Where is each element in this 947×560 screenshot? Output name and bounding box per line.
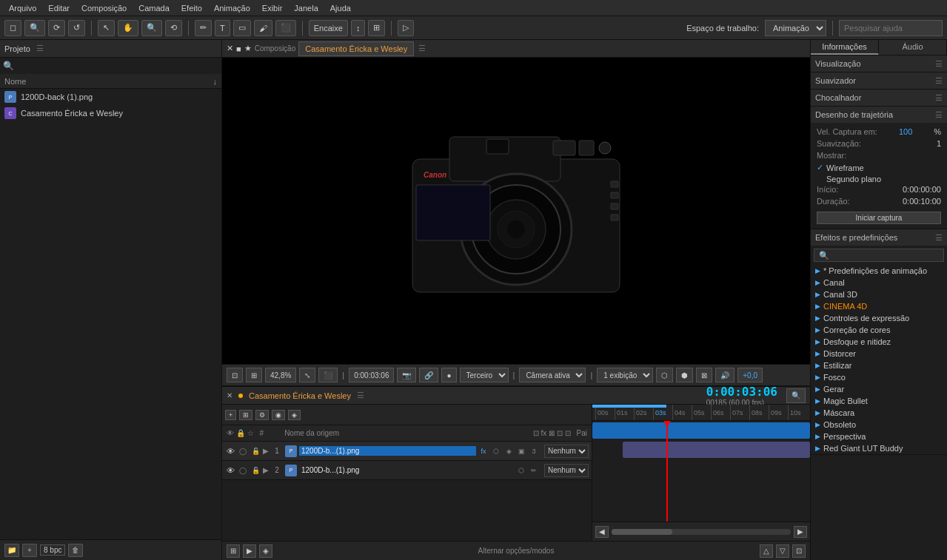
comp-btn[interactable]: ⊞ bbox=[239, 410, 252, 420]
layer1-lock[interactable]: 🔓 bbox=[250, 446, 261, 456]
viewer-export-btn[interactable]: ⊠ bbox=[696, 368, 712, 382]
timeline-collapse-btn[interactable]: ▽ bbox=[776, 544, 789, 558]
layer2-name[interactable]: 1200D-b...(1).png bbox=[299, 465, 514, 475]
effect-item-10[interactable]: ▶ Gerar bbox=[811, 383, 947, 395]
delete-button[interactable]: 🗑 bbox=[68, 544, 83, 557]
new-item-button[interactable]: + bbox=[22, 544, 37, 557]
chocalhador-header[interactable]: Chocalhador ☰ bbox=[811, 90, 947, 106]
chocalhador-menu[interactable]: ☰ bbox=[935, 93, 943, 103]
preview-button[interactable]: ▷ bbox=[398, 20, 414, 36]
layer1-motion[interactable]: ◈ bbox=[503, 446, 514, 456]
layer2-parent-select[interactable]: Nenhum bbox=[544, 464, 589, 477]
timeline-play-btn[interactable]: ▶ bbox=[243, 544, 256, 558]
select-tool[interactable]: ↖ bbox=[98, 20, 115, 36]
viewer-cam-icon[interactable]: 📷 bbox=[397, 368, 416, 382]
timeline-close-btn[interactable]: ✕ bbox=[227, 391, 232, 399]
stamp-tool[interactable]: ⬛ bbox=[275, 20, 296, 36]
layer2-expand[interactable]: ▶ bbox=[263, 466, 269, 474]
track-bar-layer2[interactable] bbox=[623, 442, 810, 458]
effect-item-8[interactable]: ▶ Estilizar bbox=[811, 360, 947, 371]
menu-composicao[interactable]: Composição bbox=[76, 2, 133, 14]
effect-item-6[interactable]: ▶ Desfoque e nitidez bbox=[811, 336, 947, 348]
wireframe-label[interactable]: Wireframe bbox=[826, 163, 864, 172]
viewer-zoom-select[interactable]: 42,8% bbox=[265, 368, 296, 382]
effect-item-2[interactable]: ▶ Canal 3D bbox=[811, 289, 947, 300]
viewer-reset-btn[interactable]: ⊡ bbox=[227, 368, 243, 382]
desenho-trajetoria-header[interactable]: Desenho de trajetória ☰ bbox=[811, 107, 947, 123]
comp-tab[interactable]: Casamento Éricka e Wesley bbox=[298, 41, 414, 56]
file-item-2[interactable]: C Casamento Éricka e Wesley bbox=[0, 105, 221, 121]
layer1-solo[interactable]: ◯ bbox=[238, 446, 248, 456]
layer1-expand[interactable]: ▶ bbox=[263, 447, 269, 455]
save-button[interactable]: ⟳ bbox=[48, 20, 65, 36]
timeline-search-btn[interactable]: 🔍 bbox=[786, 388, 806, 403]
undo-button[interactable]: ↺ bbox=[68, 20, 85, 36]
layer2-solo[interactable]: ◯ bbox=[238, 465, 248, 476]
menu-arquivo[interactable]: Arquivo bbox=[3, 2, 42, 14]
file-item-1[interactable]: P 1200D-back (1).png bbox=[0, 89, 221, 105]
duracao-value[interactable]: 0:00:10:00 bbox=[903, 197, 941, 206]
playhead[interactable] bbox=[666, 421, 668, 522]
menu-efeito[interactable]: Efeito bbox=[175, 2, 208, 14]
rotate-tool[interactable]: ⟲ bbox=[165, 20, 182, 36]
text-tool[interactable]: T bbox=[215, 20, 230, 36]
effect-item-11[interactable]: ▶ Magic Bullet bbox=[811, 395, 947, 407]
visualizacao-menu[interactable]: ☰ bbox=[935, 59, 943, 69]
layer2-eye[interactable]: 👁 bbox=[225, 465, 235, 476]
menu-animacao[interactable]: Animação bbox=[208, 2, 256, 14]
viewer-view-select[interactable]: Terceiro bbox=[460, 368, 509, 382]
layer2-shape[interactable]: ⬡ bbox=[516, 465, 526, 476]
zoom-tool[interactable]: 🔍 bbox=[141, 20, 162, 36]
layer1-shape[interactable]: ⬡ bbox=[491, 446, 501, 456]
timeline-mode-btn[interactable]: ⊞ bbox=[227, 544, 240, 558]
efeitos-menu[interactable]: ☰ bbox=[935, 233, 943, 243]
viewer-fullscreen-btn[interactable]: ⬛ bbox=[318, 368, 338, 382]
viewer-timecode-btn[interactable]: 0:00:03:06 bbox=[349, 368, 394, 382]
effect-item-14[interactable]: ▶ Perspectiva bbox=[811, 431, 947, 442]
viewer-audio-btn[interactable]: 🔊 bbox=[715, 368, 734, 382]
inicio-value[interactable]: 0:00:00:00 bbox=[903, 185, 941, 194]
layer1-3d[interactable]: 3 bbox=[529, 446, 539, 456]
effect-item-9[interactable]: ▶ Fosco bbox=[811, 371, 947, 383]
suavizador-menu[interactable]: ☰ bbox=[935, 76, 943, 86]
track-bar-layer1[interactable] bbox=[592, 422, 810, 439]
viewer-display-select[interactable]: 1 exibição bbox=[597, 368, 653, 382]
new-comp-button[interactable]: ◻ bbox=[4, 20, 21, 36]
effect-item-5[interactable]: ▶ Correção de cores bbox=[811, 324, 947, 336]
effect-item-4[interactable]: ▶ Controles de expressão bbox=[811, 312, 947, 324]
viewer-draft-btn[interactable]: ⬡ bbox=[656, 368, 673, 382]
effect-item-13[interactable]: ▶ Obsoleto bbox=[811, 419, 947, 431]
tab-audio[interactable]: Áudio bbox=[879, 40, 947, 55]
workspace-select[interactable]: Animação bbox=[765, 20, 826, 36]
viewer-render-btn[interactable]: ⬢ bbox=[676, 368, 693, 382]
grid-button[interactable]: ⊞ bbox=[368, 20, 385, 36]
settings-btn[interactable]: ⚙ bbox=[255, 410, 269, 420]
new-folder-button[interactable]: 📁 bbox=[4, 544, 19, 557]
layer1-adj[interactable]: ▣ bbox=[516, 446, 526, 456]
effect-item-3[interactable]: ▶ CINEMA 4D bbox=[811, 300, 947, 312]
scroll-right-btn[interactable]: ▶ bbox=[794, 526, 807, 538]
markers-btn[interactable]: ◈ bbox=[288, 410, 301, 420]
viewer-link-btn[interactable]: 🔗 bbox=[419, 368, 438, 382]
hand-tool[interactable]: ✋ bbox=[118, 20, 138, 36]
desenho-trajetoria-menu[interactable]: ☰ bbox=[935, 110, 943, 120]
efeitos-header[interactable]: Efeitos e predefinições ☰ bbox=[811, 229, 947, 246]
viewer-camera-select[interactable]: Câmera ativa bbox=[519, 368, 586, 382]
timeline-menu-icon[interactable]: ☰ bbox=[357, 391, 364, 400]
layer1-fx[interactable]: fx bbox=[478, 446, 489, 456]
add-layer-btn[interactable]: + bbox=[225, 410, 236, 420]
viewer-offset-btn[interactable]: +0,0 bbox=[737, 368, 763, 382]
tab-informacoes[interactable]: Informações bbox=[811, 40, 879, 55]
menu-editar[interactable]: Editar bbox=[42, 2, 76, 14]
project-panel-menu-icon[interactable]: ☰ bbox=[36, 44, 44, 53]
scroll-thumb[interactable] bbox=[612, 529, 672, 535]
visualizacao-header[interactable]: Visualização ☰ bbox=[811, 55, 947, 72]
menu-exibir[interactable]: Exibir bbox=[256, 2, 289, 14]
layer2-pencil[interactable]: ✏ bbox=[529, 465, 539, 476]
iniciar-captura-btn[interactable]: Iniciar captura bbox=[817, 212, 941, 224]
suavizador-header[interactable]: Suavizador ☰ bbox=[811, 72, 947, 89]
solo-btn[interactable]: ◉ bbox=[272, 410, 285, 420]
timeline-expand-btn[interactable]: △ bbox=[760, 544, 773, 558]
layer1-eye[interactable]: 👁 bbox=[225, 446, 235, 456]
shape-tool[interactable]: ▭ bbox=[233, 20, 251, 36]
